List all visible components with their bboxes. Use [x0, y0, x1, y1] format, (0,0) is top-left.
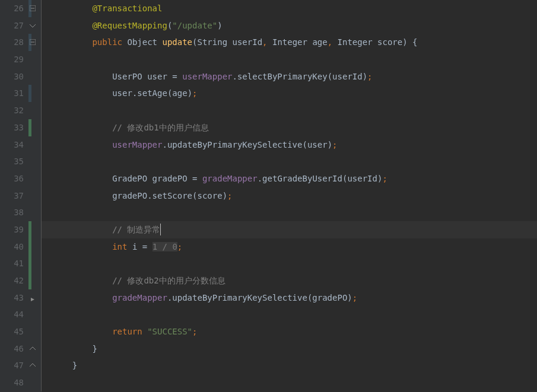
line-number: 39 — [0, 221, 28, 238]
line-number: 26 — [0, 0, 28, 17]
fold-minus-icon[interactable] — [30, 5, 36, 11]
line-number: 28 — [0, 34, 28, 51]
line-number: 36 — [0, 170, 28, 187]
annotation: @Transactional — [92, 4, 162, 13]
line-number: 48 — [0, 374, 28, 391]
line-number: 33 — [0, 119, 28, 136]
line-number: 46 — [0, 340, 28, 358]
code-editor[interactable]: 26 27 28 29 30 31 32 33 34 35 36 37 38 3… — [0, 0, 537, 392]
line-number: 30 — [0, 68, 28, 85]
code-content[interactable]: @Transactional @RequestMapping("/update"… — [42, 0, 537, 392]
number-literal: 0 — [172, 242, 177, 251]
comment: // 制造异常 — [112, 225, 160, 234]
field-ref: userMapper — [182, 72, 232, 81]
code-line[interactable]: // 修改db2中的用户分数信息 — [42, 272, 537, 289]
field-ref: gradeMapper — [202, 174, 258, 183]
vcs-add-marker — [28, 221, 31, 238]
method-name: update — [162, 37, 192, 47]
string-literal: "SUCCESS" — [147, 327, 192, 336]
code-line[interactable] — [42, 204, 537, 221]
code-line[interactable] — [42, 51, 537, 68]
keyword: return — [112, 327, 142, 336]
fold-gutter — [28, 0, 42, 392]
field-ref: gradeMapper — [112, 293, 167, 302]
code-line[interactable] — [42, 374, 537, 391]
field-ref: userMapper — [112, 140, 162, 149]
code-line[interactable] — [42, 255, 537, 272]
code-line[interactable]: UserPO user = userMapper.selectByPrimary… — [42, 68, 537, 85]
line-number: 40 — [0, 238, 28, 256]
line-number: 32 — [0, 102, 28, 119]
code-line[interactable]: int i = 1 / 0; — [42, 238, 537, 256]
code-line[interactable]: } — [42, 340, 537, 358]
line-number-gutter: 26 27 28 29 30 31 32 33 34 35 36 37 38 3… — [0, 0, 28, 392]
code-line[interactable]: gradeMapper.updateByPrimaryKeySelective(… — [42, 289, 537, 307]
code-line[interactable]: userMapper.updateByPrimaryKeySelective(u… — [42, 136, 537, 154]
line-number: 27 — [0, 17, 28, 34]
line-number: 29 — [0, 51, 28, 68]
text-cursor — [160, 224, 161, 235]
line-number: 34 — [0, 136, 28, 154]
fold-minus-icon[interactable] — [30, 39, 36, 45]
code-line[interactable]: @RequestMapping("/update") — [42, 17, 537, 34]
comment: // 修改db1中的用户信息 — [112, 123, 209, 132]
code-line[interactable]: public Object update(String userId, Inte… — [42, 34, 537, 51]
code-line[interactable]: return "SUCCESS"; — [42, 323, 537, 340]
fold-close-icon[interactable] — [30, 362, 36, 368]
fold-close-icon[interactable] — [30, 346, 36, 352]
code-line[interactable] — [42, 102, 537, 119]
code-line[interactable]: user.setAge(age); — [42, 85, 537, 102]
code-line-current[interactable]: // 制造异常 — [42, 221, 537, 238]
code-line[interactable]: // 修改db1中的用户信息 — [42, 119, 537, 136]
comment: // 修改db2中的用户分数信息 — [112, 276, 225, 285]
vcs-add-marker — [28, 238, 31, 256]
line-number: 45 — [0, 323, 28, 340]
line-number: 44 — [0, 306, 28, 323]
code-line[interactable]: } — [42, 357, 537, 374]
number-literal: 1 — [152, 242, 157, 251]
code-line[interactable]: @Transactional — [42, 0, 537, 17]
line-number: 31 — [0, 85, 28, 102]
vcs-add-marker — [28, 272, 31, 289]
line-number: 41 — [0, 255, 28, 272]
fold-open-icon[interactable] — [30, 23, 36, 28]
code-line[interactable] — [42, 153, 537, 170]
line-number: 47 — [0, 357, 28, 374]
line-number: 37 — [0, 187, 28, 205]
annotation: @RequestMapping — [92, 21, 167, 30]
string-literal: "/update" — [172, 21, 217, 30]
vcs-change-marker — [28, 85, 31, 102]
line-number: 43 — [0, 289, 28, 307]
run-arrow-icon[interactable] — [30, 297, 36, 302]
vcs-add-marker — [28, 119, 31, 136]
code-line[interactable]: gradePO.setScore(score); — [42, 187, 537, 205]
line-number: 38 — [0, 204, 28, 221]
code-line[interactable]: GradePO gradePO = gradeMapper.getGradeBy… — [42, 170, 537, 187]
keyword: int — [112, 242, 127, 251]
code-line[interactable] — [42, 306, 537, 323]
line-number: 42 — [0, 272, 28, 289]
line-number: 35 — [0, 153, 28, 170]
vcs-add-marker — [28, 255, 31, 272]
keyword: public — [92, 37, 122, 47]
